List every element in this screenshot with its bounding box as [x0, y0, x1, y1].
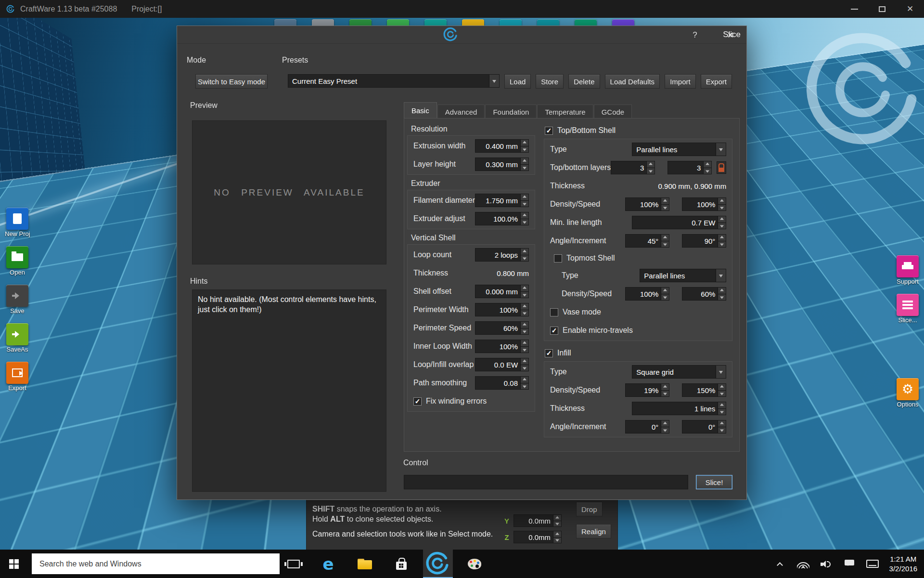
tab-gcode[interactable]: GCode — [594, 105, 632, 118]
save-button[interactable]: Save — [5, 285, 30, 315]
spin-buttons[interactable] — [520, 285, 528, 298]
top-layers-spinbox[interactable]: 3 — [611, 161, 655, 174]
spin-buttons[interactable] — [718, 402, 726, 415]
spin-buttons[interactable] — [520, 322, 528, 334]
bottom-layers-spinbox[interactable]: 3 — [667, 161, 712, 174]
load-button[interactable]: Load — [504, 74, 531, 89]
show-hidden-icons-button[interactable] — [774, 558, 786, 570]
options-button[interactable]: ⚙ Options — [895, 378, 920, 408]
shell-offset-spinbox[interactable]: 0.000 mm — [475, 285, 529, 298]
taskbar-clock[interactable]: 1:21 AM 3/2/2016 — [889, 554, 917, 573]
spin-buttons[interactable] — [520, 377, 528, 389]
support-button[interactable]: Support — [895, 255, 920, 285]
inner-loop-width-spinbox[interactable]: 100% — [475, 340, 529, 353]
topmost-type-dropdown[interactable]: Parallel lines — [640, 269, 726, 282]
spin-buttons[interactable] — [520, 303, 528, 316]
dialog-titlebar[interactable]: Slice ? ✕ — [177, 26, 746, 44]
tab-basic[interactable]: Basic — [404, 102, 437, 118]
spin-buttons[interactable] — [646, 161, 654, 174]
edge-app-button[interactable]: e — [313, 550, 343, 578]
spin-buttons[interactable] — [718, 216, 726, 229]
micro-travels-row[interactable]: Enable micro-travels — [546, 321, 730, 340]
notifications-button[interactable] — [843, 558, 856, 570]
tbs-density-spinbox[interactable]: 100% — [625, 197, 669, 211]
dialog-close-button[interactable]: ✕ — [722, 26, 739, 44]
close-button[interactable]: ✕ — [896, 0, 924, 18]
paint-app-button[interactable] — [460, 550, 489, 578]
extruder-adjust-spinbox[interactable]: 100.0% — [475, 212, 529, 225]
load-defaults-button[interactable]: Load Defaults — [605, 74, 660, 89]
spin-up-icon[interactable] — [553, 515, 561, 521]
axis-y-spin-buttons[interactable] — [553, 515, 561, 526]
import-button[interactable]: Import — [665, 74, 696, 89]
tab-foundation[interactable]: Foundation — [485, 105, 537, 118]
network-button[interactable] — [797, 558, 809, 570]
topmost-speed-spinbox[interactable]: 60% — [682, 287, 726, 301]
export-button[interactable]: Export — [5, 362, 30, 392]
fix-winding-errors-row[interactable]: Fix winding errors — [410, 392, 533, 410]
spin-buttons[interactable] — [520, 140, 528, 152]
spin-buttons[interactable] — [661, 288, 669, 300]
lock-icon[interactable] — [717, 161, 726, 174]
extrusion-width-spinbox[interactable]: 0.400 mm — [475, 139, 529, 153]
infill-header[interactable]: Infill — [545, 346, 732, 360]
spin-buttons[interactable] — [661, 198, 669, 210]
topmost-density-spinbox[interactable]: 100% — [625, 287, 669, 301]
top-bottom-shell-header[interactable]: Top/Bottom Shell — [545, 123, 732, 138]
minimize-button[interactable] — [840, 0, 868, 18]
perimeter-speed-spinbox[interactable]: 60% — [475, 321, 529, 335]
export-preset-button[interactable]: Export — [701, 74, 732, 89]
switch-easy-mode-button[interactable]: Switch to Easy mode — [195, 74, 268, 89]
topmost-shell-header[interactable]: Topmost Shell — [554, 250, 730, 266]
vase-mode-checkbox[interactable] — [550, 308, 558, 316]
loop-infill-overlap-spinbox[interactable]: 0.0 EW — [475, 358, 529, 371]
infill-increment-spinbox[interactable]: 0° — [682, 420, 726, 434]
control-input[interactable] — [404, 475, 688, 489]
loop-count-spinbox[interactable]: 2 loops — [475, 248, 529, 262]
vase-mode-row[interactable]: Vase mode — [546, 303, 730, 321]
layer-height-spinbox[interactable]: 0.300 mm — [475, 158, 529, 171]
volume-button[interactable] — [820, 558, 833, 570]
tbs-type-dropdown[interactable]: Parallel lines — [632, 143, 726, 156]
slice-tool-button[interactable]: Slice... — [895, 294, 920, 324]
new-project-button[interactable]: New Proj — [5, 208, 30, 237]
open-button[interactable]: Open — [5, 246, 30, 276]
fix-winding-errors-checkbox[interactable] — [413, 397, 422, 406]
craftware-app-button[interactable] — [423, 550, 453, 578]
infill-angle-spinbox[interactable]: 0° — [625, 420, 669, 434]
spin-buttons[interactable] — [520, 158, 528, 171]
tbs-increment-spinbox[interactable]: 90° — [682, 234, 726, 248]
save-as-button[interactable]: SaveAs — [5, 323, 30, 353]
spin-buttons[interactable] — [520, 194, 528, 207]
spin-buttons[interactable] — [718, 288, 726, 300]
drop-button[interactable]: Drop — [576, 502, 603, 516]
infill-density-spinbox[interactable]: 19% — [625, 383, 669, 397]
axis-z-spinbox[interactable]: 0.0mm — [513, 531, 562, 543]
spin-buttons[interactable] — [520, 340, 528, 353]
slice-button[interactable]: Slice! — [696, 475, 732, 489]
spin-buttons[interactable] — [703, 161, 711, 174]
spin-buttons[interactable] — [661, 384, 669, 396]
spin-buttons[interactable] — [718, 235, 726, 247]
delete-button[interactable]: Delete — [568, 74, 600, 89]
spin-down-icon[interactable] — [553, 521, 561, 527]
touch-keyboard-button[interactable] — [866, 558, 879, 570]
maximize-button[interactable] — [868, 0, 896, 18]
task-view-button[interactable] — [280, 550, 308, 578]
spin-buttons[interactable] — [661, 420, 669, 433]
tab-advanced[interactable]: Advanced — [437, 105, 485, 118]
filament-diameter-spinbox[interactable]: 1.750 mm — [475, 194, 529, 207]
tbs-angle-spinbox[interactable]: 45° — [625, 234, 669, 248]
spin-buttons[interactable] — [718, 420, 726, 433]
store-app-button[interactable] — [386, 550, 416, 578]
help-button[interactable]: ? — [687, 26, 703, 44]
topmost-shell-checkbox[interactable] — [554, 254, 562, 263]
spin-buttons[interactable] — [718, 384, 726, 396]
tab-temperature[interactable]: Temperature — [537, 105, 593, 118]
path-smoothing-spinbox[interactable]: 0.08 — [475, 376, 529, 390]
spin-down-icon[interactable] — [553, 537, 561, 543]
tbs-speed-spinbox[interactable]: 100% — [682, 197, 726, 211]
infill-thickness-spinbox[interactable]: 1 lines — [632, 402, 726, 415]
top-bottom-shell-checkbox[interactable] — [545, 127, 553, 135]
spin-buttons[interactable] — [718, 198, 726, 210]
